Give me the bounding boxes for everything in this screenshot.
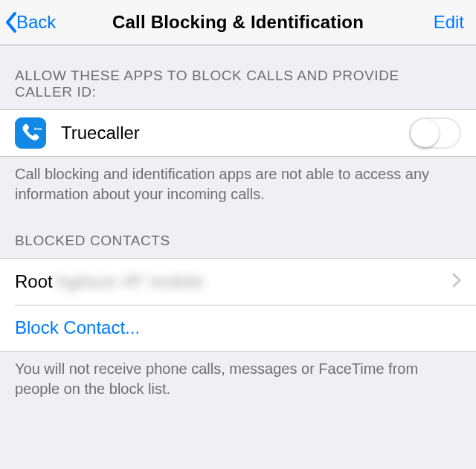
svg-text:true: true [34,126,42,131]
section-header-apps: Allow these apps to block calls and prov… [0,45,476,109]
blocked-contact-row[interactable]: Roothgtison #F mobile [0,259,476,305]
page-title: Call Blocking & Identification [0,12,476,33]
blocked-cell-group: Roothgtison #F mobile Block Contact... [0,258,476,352]
block-contact-label: Block Contact... [15,317,461,338]
navigation-bar: Back Call Blocking & Identification Edit [0,0,476,45]
section-footer-apps: Call blocking and identification apps ar… [0,157,476,222]
chevron-right-icon [452,273,461,291]
switch-knob [411,119,439,147]
back-button[interactable]: Back [4,11,56,33]
contact-name-visible: Root [15,271,53,291]
app-name-label: Truecaller [61,123,409,143]
truecaller-toggle[interactable] [409,117,461,149]
apps-cell-group: true Truecaller [0,109,476,157]
section-header-blocked: Blocked Contacts [0,222,476,258]
truecaller-app-icon: true [15,117,46,149]
block-contact-button[interactable]: Block Contact... [0,305,476,351]
section-footer-blocked: You will not receive phone calls, messag… [0,352,476,417]
back-label: Back [16,12,56,33]
phone-icon: true [19,122,42,144]
contact-name-obscured: hgtison #F mobile [57,271,205,292]
edit-button[interactable]: Edit [434,12,469,33]
blocked-contact-label: Roothgtison #F mobile [15,271,446,292]
app-row-truecaller: true Truecaller [0,110,476,156]
